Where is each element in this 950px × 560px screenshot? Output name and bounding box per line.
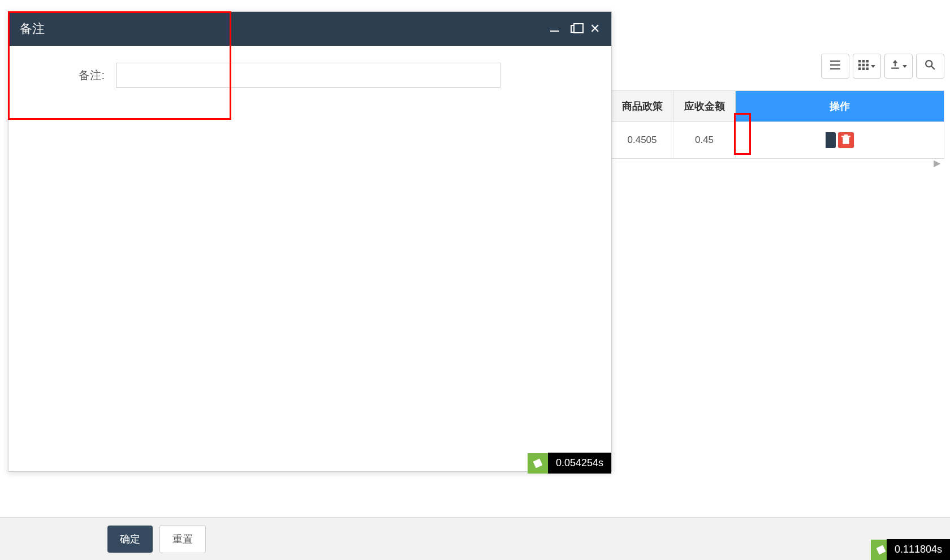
modal-header: 备注 ✕ bbox=[8, 12, 611, 46]
export-icon bbox=[890, 60, 900, 73]
perf-leaf-icon bbox=[528, 453, 548, 474]
td-policy: 0.4505 bbox=[611, 122, 673, 158]
toolbar-export-button[interactable] bbox=[884, 54, 913, 79]
modal-title: 备注 bbox=[20, 20, 45, 37]
modal-body: 备注: 0.054254s bbox=[8, 46, 611, 471]
svg-rect-1 bbox=[830, 64, 840, 65]
td-actions bbox=[736, 122, 944, 158]
perf-time-outer: 0.111804s bbox=[887, 539, 950, 560]
svg-rect-12 bbox=[866, 67, 869, 70]
delete-button[interactable] bbox=[838, 132, 854, 148]
th-policy: 商品政策 bbox=[611, 91, 673, 121]
grid-icon bbox=[858, 60, 869, 73]
th-receivable: 应收金额 bbox=[673, 91, 736, 121]
caret-down-icon bbox=[871, 65, 875, 68]
th-action: 操作 bbox=[736, 91, 944, 121]
svg-rect-10 bbox=[858, 67, 861, 70]
list-icon bbox=[830, 60, 840, 73]
svg-rect-18 bbox=[844, 134, 848, 136]
svg-rect-17 bbox=[841, 136, 850, 137]
svg-rect-6 bbox=[866, 60, 869, 63]
search-icon bbox=[925, 60, 935, 73]
close-button[interactable]: ✕ bbox=[590, 23, 600, 35]
svg-point-14 bbox=[926, 60, 932, 67]
remark-label: 备注: bbox=[31, 68, 105, 83]
minimize-button[interactable] bbox=[550, 26, 559, 32]
action-partial-button[interactable] bbox=[826, 132, 836, 148]
toolbar-grid-button[interactable] bbox=[853, 54, 881, 79]
svg-line-15 bbox=[931, 66, 935, 70]
svg-rect-4 bbox=[858, 60, 861, 63]
svg-rect-11 bbox=[862, 67, 865, 70]
svg-rect-8 bbox=[862, 63, 865, 66]
window-controls: ✕ bbox=[550, 23, 600, 35]
remark-input[interactable] bbox=[116, 63, 500, 88]
svg-rect-7 bbox=[858, 63, 861, 66]
trash-icon bbox=[841, 134, 851, 146]
toolbar-list-button[interactable] bbox=[821, 54, 849, 79]
svg-rect-13 bbox=[891, 67, 899, 68]
td-receivable: 0.45 bbox=[673, 122, 736, 158]
background-toolbar bbox=[821, 54, 944, 79]
maximize-button[interactable] bbox=[571, 25, 578, 33]
form-row-remark: 备注: bbox=[31, 63, 589, 88]
confirm-button[interactable]: 确定 bbox=[107, 526, 153, 553]
perf-badge-inner: 0.054254s bbox=[528, 453, 611, 474]
table-row: 0.4505 0.45 bbox=[611, 122, 944, 158]
svg-rect-9 bbox=[866, 63, 869, 66]
svg-rect-2 bbox=[830, 68, 840, 69]
perf-time-inner: 0.054254s bbox=[548, 453, 611, 474]
footer: 确定 重置 bbox=[0, 517, 950, 560]
toolbar-search-button[interactable] bbox=[916, 54, 944, 79]
svg-rect-5 bbox=[862, 60, 865, 63]
remark-modal: 备注 ✕ 备注: 0.054254s bbox=[8, 11, 612, 472]
background-table: 商品政策 应收金额 操作 0.4505 0.45 ▶ bbox=[611, 90, 944, 159]
svg-rect-16 bbox=[843, 137, 849, 144]
minimize-icon bbox=[550, 31, 559, 32]
maximize-icon bbox=[571, 25, 578, 33]
scroll-right-arrow[interactable]: ▶ bbox=[934, 158, 940, 168]
table-header-row: 商品政策 应收金额 操作 bbox=[611, 91, 944, 122]
reset-button[interactable]: 重置 bbox=[159, 525, 206, 553]
caret-down-icon bbox=[902, 65, 907, 68]
svg-rect-0 bbox=[830, 60, 840, 62]
